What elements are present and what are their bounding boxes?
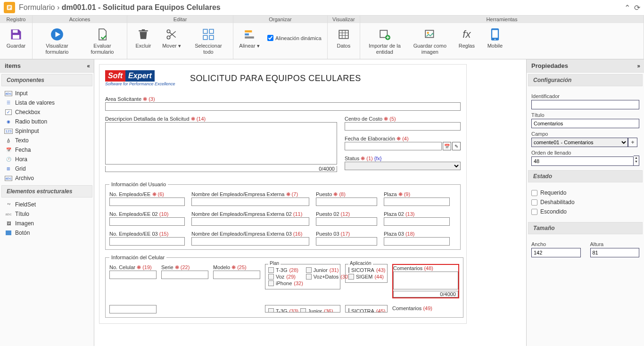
prop-deshabilitado-check[interactable]: Deshabilitado [531,199,639,206]
add-field-button[interactable]: + [628,138,637,147]
rules-button[interactable]: fx Reglas [453,25,481,57]
modelo-input[interactable] [213,271,260,279]
prop-altura-input[interactable] [590,248,640,257]
voz-checkbox[interactable] [268,274,274,280]
prop-ancho-input[interactable] [531,248,581,257]
component-icon: abc [5,175,12,181]
preview-button[interactable]: Visualizar formulario [34,25,80,57]
svg-rect-9 [209,35,214,40]
structural-icon: abc [5,211,12,217]
component-item-radio-button[interactable]: ◉Radio button [2,117,92,126]
prop-identificador-label: Identificador [531,93,639,99]
data-button[interactable]: Datos [330,25,358,51]
nom1-input[interactable] [191,197,309,206]
puesto2-input[interactable] [316,217,377,226]
emp3-input[interactable] [109,237,185,246]
comentarios-textarea[interactable] [393,272,458,289]
delete-button[interactable]: Excluir [129,25,157,57]
junior-checkbox[interactable] [306,267,312,273]
nocel2-input[interactable] [109,305,157,313]
structural-item-fieldset[interactable]: ˣʸFieldSet [2,200,92,209]
collapse-right-icon[interactable]: ›› [637,62,639,69]
emp2-input[interactable] [109,217,185,226]
save-image-button[interactable]: Guardar como imagen [407,25,453,57]
component-item-spininput[interactable]: 123SpinInput [2,126,92,136]
sigem-checkbox[interactable] [348,274,354,280]
emp1-input[interactable] [109,197,185,206]
nom3-input[interactable] [191,237,309,246]
serie-input[interactable] [161,271,208,279]
prop-escondido-check[interactable]: Escondido [531,208,639,215]
component-item-hora[interactable]: 🕐Hora [2,155,92,164]
field-area-solicitante[interactable]: Area Solicitante ❋ (3) [105,96,461,111]
component-item-archivo[interactable]: abcArchivo [2,173,92,183]
save-button[interactable]: Guardar [2,25,30,51]
collapse-icon[interactable]: ⌃ [624,3,630,12]
prop-requerido-check[interactable]: Requerido [531,189,639,196]
refresh-icon[interactable]: ⟳ [634,3,640,12]
breadcrumb: Formulario › dm001.01 - Solicitud para E… [19,3,221,12]
breadcrumb-separator: › [57,3,62,11]
descripcion-textarea[interactable] [105,122,337,165]
area-input[interactable] [105,102,461,111]
clear-date-icon[interactable]: ✎ [452,142,461,150]
component-item-input[interactable]: abcInput [2,89,92,98]
mobile-button[interactable]: Mobile [481,25,509,57]
component-item-fecha[interactable]: 📅Fecha [2,145,92,155]
dynamic-align-checkbox[interactable]: Alineación dinámica [264,25,325,51]
select-all-button[interactable]: Seleccionar todo [186,25,231,57]
svg-rect-6 [203,29,207,33]
nocel-input[interactable] [109,271,157,279]
form-canvas[interactable]: SoftExpert Software for Performance Exce… [94,59,526,346]
app-logo-icon [4,2,15,13]
evaluate-button[interactable]: Evaluar formulario [80,25,125,57]
structural-item-título[interactable]: abcTítulo [2,209,92,219]
fx-icon: fx [459,27,474,42]
fecha-input[interactable] [345,142,442,150]
centro-input[interactable] [345,122,461,131]
dynamic-align-input[interactable] [267,35,273,41]
spin-up-icon[interactable]: ▲ [634,156,639,160]
plaza1-input[interactable] [384,197,450,206]
table-icon [336,27,351,42]
calendar-icon[interactable]: 📅 [443,142,451,150]
component-item-checkbox[interactable]: ✓Checkbox [2,107,92,117]
svg-rect-19 [492,30,498,38]
spin-down-icon[interactable]: ▼ [634,160,639,164]
svg-rect-2 [13,35,19,39]
prop-campo-select[interactable]: comente01 - Comentarios [531,138,628,147]
field-comentarios-2[interactable]: Comentarios (49) [392,305,459,312]
svg-rect-7 [209,29,214,33]
field-centro-costo[interactable]: Centro de Costo ❋ (5) [345,115,461,131]
vozdatos-checkbox[interactable] [306,274,312,280]
puesto3-input[interactable] [316,237,377,246]
import-icon [377,27,392,42]
field-fecha[interactable]: Fecha de Elaboración ❋ (4) 📅 ✎ [345,135,461,150]
align-button[interactable]: Alinear ▾ [235,25,264,51]
iphone-checkbox[interactable] [268,280,274,286]
breadcrumb-root[interactable]: Formulario [19,3,55,11]
ribbon-group-acciones: Acciones Visualizar formulario Evaluar f… [33,16,127,59]
plaza2-input[interactable] [384,217,450,226]
field-comentarios-selected[interactable]: Comentarios (48) 0/4000 [392,264,459,298]
move-button[interactable]: Mover ▾ [157,25,186,57]
import-button[interactable]: Importar de la entidad [362,25,407,57]
component-item-texto[interactable]: A̲Texto [2,136,92,145]
puesto1-input[interactable] [316,197,377,206]
align-icon [242,27,257,42]
field-descripcion[interactable]: Descripcion Detallada de la Solicitud ❋ … [105,115,337,172]
prop-identificador-input[interactable] [531,100,639,109]
component-item-grid[interactable]: ⊞Grid [2,164,92,173]
structural-item-imagen[interactable]: 🖼Imagen [2,219,92,228]
plaza3-input[interactable] [384,237,450,246]
field-status[interactable]: Status ❋ (1) {fx} [345,155,461,170]
sicotra-checkbox[interactable] [348,267,349,273]
nom2-input[interactable] [191,217,309,226]
prop-orden-input[interactable] [531,156,634,166]
t3g-checkbox[interactable] [268,267,274,273]
collapse-left-icon[interactable]: ‹‹ [87,62,89,69]
component-item-lista-de-valores[interactable]: ☰Lista de valores [2,98,92,107]
structural-item-botón[interactable]: Botón [2,228,92,238]
prop-titulo-input[interactable] [531,119,639,128]
status-select[interactable] [345,162,461,170]
